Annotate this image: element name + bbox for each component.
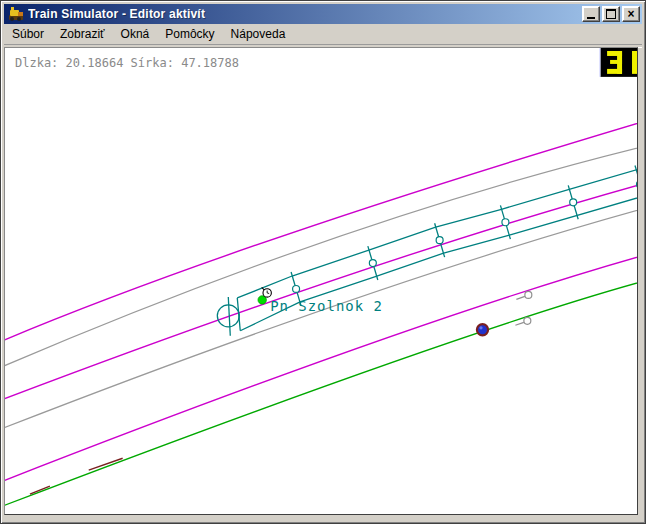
window-title: Train Simulator - Editor aktivít [28, 7, 582, 21]
route-line-gray-2[interactable] [5, 207, 637, 429]
title-bar[interactable]: Train Simulator - Editor aktivít × [4, 4, 642, 24]
chain-node-2[interactable] [369, 260, 376, 267]
app-icon [8, 6, 24, 22]
menu-file[interactable]: Súbor [4, 25, 52, 43]
route-line-magenta-3[interactable] [5, 254, 637, 482]
track-scene: Pn Szolnok 2 [5, 48, 637, 514]
editor-canvas[interactable]: Pn Szolnok 2 [4, 47, 638, 515]
menu-windows[interactable]: Okná [113, 25, 158, 43]
maximize-button[interactable] [602, 6, 620, 22]
heading-indicator [599, 48, 637, 77]
menu-bar: Súbor Zobraziť Okná Pomôcky Nápoveda [4, 24, 642, 44]
minimize-icon [587, 17, 595, 19]
chain-node-1[interactable] [293, 285, 300, 292]
route-line-green[interactable] [5, 280, 637, 507]
station-label[interactable]: Pn Szolnok 2 [270, 298, 383, 314]
menu-help[interactable]: Nápoveda [223, 25, 294, 43]
siding-marker-1[interactable] [516, 291, 531, 299]
chain-node-5[interactable] [570, 199, 577, 206]
event-marker-blue[interactable] [477, 324, 488, 335]
menu-view[interactable]: Zobraziť [52, 25, 113, 43]
route-line-magenta-2[interactable] [5, 182, 637, 400]
close-icon: × [627, 9, 634, 19]
chain-node-4[interactable] [502, 219, 509, 226]
maximize-icon [606, 9, 616, 19]
menu-tools[interactable]: Pomôcky [157, 25, 222, 43]
route-line-gray-1[interactable] [5, 147, 637, 368]
chain-node-3[interactable] [436, 237, 443, 244]
route-overlay-dash-1 [30, 486, 50, 494]
event-marker-highlight [479, 326, 482, 329]
coords-readout: Dlzka: 20.18664 Sírka: 47.18788 [15, 56, 239, 70]
minimize-button[interactable] [582, 6, 600, 22]
close-button[interactable]: × [622, 6, 640, 22]
app-window: Train Simulator - Editor aktivít × Súbor… [0, 0, 646, 524]
indicator-bar-1 [632, 51, 637, 74]
route-overlay-dash-2 [89, 458, 123, 470]
